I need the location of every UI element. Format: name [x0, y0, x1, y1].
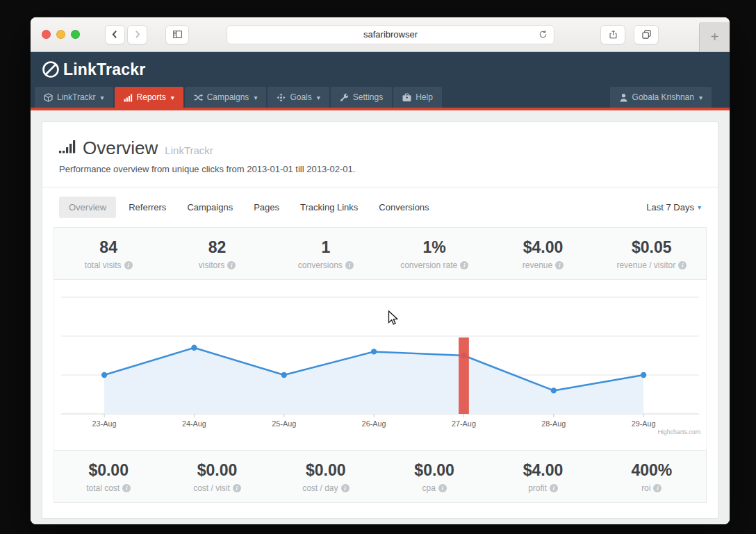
caret-down-icon: ▾	[317, 94, 320, 101]
area-fill	[104, 348, 643, 414]
zoom-window-button[interactable]	[71, 30, 80, 39]
info-icon[interactable]: i	[124, 261, 133, 269]
share-icon	[609, 30, 618, 39]
brand-name: LinkTrackr	[63, 60, 145, 79]
info-icon[interactable]: i	[227, 261, 236, 269]
stat-value: 400%	[598, 461, 706, 480]
page-content: Overview LinkTrackr Performance overview…	[31, 110, 730, 524]
nav-label: Help	[416, 92, 433, 102]
new-tab-button[interactable]: +	[699, 22, 730, 51]
tab-tracking-links[interactable]: Tracking Links	[300, 202, 358, 212]
caret-down-icon: ▾	[699, 94, 702, 101]
share-button[interactable]	[600, 25, 625, 44]
show-tabs-button[interactable]	[634, 25, 659, 44]
nav-label: Reports	[137, 92, 166, 102]
minimize-window-button[interactable]	[56, 30, 65, 39]
chart-point[interactable]	[191, 345, 197, 351]
close-window-button[interactable]	[42, 30, 51, 39]
stat-value: 82	[163, 238, 271, 257]
goals-icon	[277, 93, 286, 102]
info-icon[interactable]: i	[555, 261, 564, 269]
nav-label: Settings	[353, 92, 383, 102]
x-axis-label: 29-Aug	[632, 419, 656, 428]
date-range-selector[interactable]: Last 7 Days ▾	[646, 202, 701, 212]
tab-overview[interactable]: Overview	[59, 197, 116, 218]
nav-item-help[interactable]: Help	[393, 87, 442, 108]
report-tabs: Overview Referrers Campaigns Pages Track…	[42, 187, 718, 227]
overview-chart[interactable]: 23-Aug24-Aug25-Aug26-Aug27-Aug28-Aug29-A…	[54, 280, 707, 450]
x-axis-label: 24-Aug	[182, 419, 206, 428]
stat-label: conversions	[298, 260, 343, 270]
app-header: LinkTrackr	[31, 52, 730, 87]
overview-card: Overview LinkTrackr Performance overview…	[42, 122, 718, 519]
info-icon[interactable]: i	[122, 484, 131, 492]
chart-point[interactable]	[641, 372, 646, 378]
info-icon[interactable]: i	[550, 484, 558, 492]
nav-item-reports[interactable]: Reports ▾	[115, 87, 183, 108]
cube-icon	[44, 93, 53, 102]
info-icon[interactable]: i	[460, 261, 468, 269]
stat-value: 1%	[380, 238, 488, 257]
chart-canvas[interactable]: 23-Aug24-Aug25-Aug26-Aug27-Aug28-Aug29-A…	[54, 280, 706, 450]
back-button[interactable]	[105, 25, 125, 44]
nav-item-linktrackr[interactable]: LinkTrackr ▾	[35, 87, 113, 108]
stat-visitors: 82 visitorsi	[163, 228, 271, 279]
chart-point[interactable]	[371, 349, 377, 354]
stat-value: $0.00	[54, 461, 163, 480]
date-range-label: Last 7 Days	[646, 202, 694, 212]
linktrackr-logo-icon	[42, 60, 60, 78]
chevron-left-icon	[110, 30, 120, 39]
stat-value: $0.00	[163, 461, 271, 480]
tab-conversions[interactable]: Conversions	[379, 202, 429, 212]
caret-down-icon: ▾	[101, 94, 104, 101]
reload-button[interactable]	[539, 30, 548, 39]
sidebar-icon	[173, 30, 182, 39]
stat-conversions: 1 conversionsi	[272, 228, 380, 279]
chart-point[interactable]	[551, 387, 557, 393]
stat-label: cost / day	[302, 483, 338, 493]
highcharts-credits[interactable]: Highcharts.com	[657, 428, 700, 435]
info-icon[interactable]: i	[345, 261, 354, 269]
stat-label: revenue	[523, 260, 552, 270]
stat-label: visitors	[199, 260, 224, 270]
bar-chart-icon	[124, 93, 133, 102]
stat-cost-per-visit: $0.00 cost / visiti	[163, 451, 271, 502]
chart-point[interactable]	[281, 372, 287, 378]
browser-window: safaribrowser + LinkTrackr	[31, 17, 730, 524]
address-bar[interactable]: safaribrowser	[227, 25, 554, 44]
x-axis-label: 25-Aug	[272, 419, 296, 428]
linktrackr-logo[interactable]: LinkTrackr	[42, 60, 145, 79]
caret-down-icon: ▾	[171, 94, 174, 101]
tab-campaigns[interactable]: Campaigns	[187, 202, 233, 212]
info-icon[interactable]: i	[438, 484, 447, 492]
stat-label: total visits	[85, 260, 122, 270]
page-title: Overview	[83, 137, 158, 159]
x-axis-label: 26-Aug	[362, 419, 386, 428]
nav-label: Campaigns	[207, 92, 249, 102]
nav-item-goals[interactable]: Goals ▾	[268, 87, 329, 108]
info-icon[interactable]: i	[653, 484, 662, 492]
tab-pages[interactable]: Pages	[254, 202, 279, 212]
sidebar-toggle-button[interactable]	[165, 25, 189, 44]
info-icon[interactable]: i	[678, 261, 687, 269]
stat-revenue: $4.00 revenuei	[488, 228, 597, 279]
wrench-icon	[340, 93, 349, 102]
page-title-suffix: LinkTrackr	[165, 144, 213, 156]
tab-referrers[interactable]: Referrers	[129, 202, 166, 212]
info-icon[interactable]: i	[341, 484, 350, 492]
reload-icon	[539, 30, 548, 39]
conversion-bar[interactable]	[459, 337, 469, 414]
stat-value: 84	[54, 238, 163, 257]
user-menu[interactable]: Gobala Krishnan ▾	[610, 87, 712, 108]
chart-point[interactable]	[101, 372, 107, 378]
nav-item-campaigns[interactable]: Campaigns ▾	[185, 87, 267, 108]
info-icon[interactable]: i	[233, 484, 241, 492]
forward-button[interactable]	[127, 25, 147, 44]
stat-value: $4.00	[488, 238, 597, 257]
stat-roi: 400% roii	[598, 451, 706, 502]
nav-label: Goals	[290, 92, 311, 102]
nav-label: LinkTrackr	[57, 92, 96, 102]
caret-down-icon: ▾	[698, 203, 701, 211]
window-controls	[42, 30, 80, 39]
nav-item-settings[interactable]: Settings	[331, 87, 392, 108]
